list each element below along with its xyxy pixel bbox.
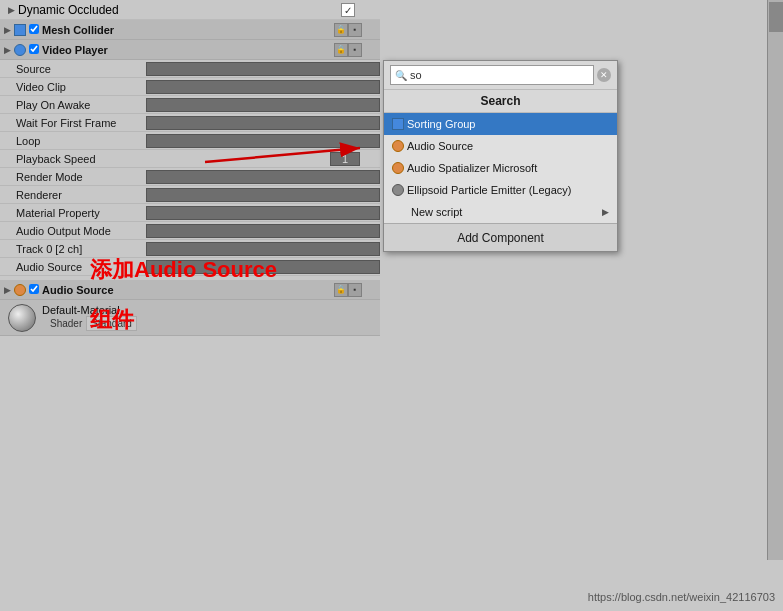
source-row: Source xyxy=(0,60,380,78)
lock-btn[interactable]: 🔒 xyxy=(334,23,348,37)
new-script-label: New script xyxy=(411,206,462,218)
vp-menu-btn[interactable]: ▪ xyxy=(348,43,362,57)
fold-icon-vp: ▶ xyxy=(4,45,11,55)
sorting-group-item[interactable]: Sorting Group xyxy=(384,113,617,135)
material-property-label: Material Property xyxy=(16,207,146,219)
render-mode-value[interactable] xyxy=(146,170,380,184)
search-clear-button[interactable]: ✕ xyxy=(597,68,611,82)
audio-source-icon xyxy=(14,284,26,296)
source-label: Source xyxy=(16,63,146,75)
audio-source-menu-icon xyxy=(392,140,404,152)
audio-source-menu-label: Audio Source xyxy=(407,140,473,152)
mesh-collider-checkbox[interactable] xyxy=(29,24,39,34)
ellipsoid-label: Ellipsoid Particle Emitter (Legacy) xyxy=(407,184,571,196)
audio-source-item[interactable]: Audio Source xyxy=(384,135,617,157)
scroll-thumb[interactable] xyxy=(769,2,783,32)
renderer-label: Renderer xyxy=(16,189,146,201)
add-component-button[interactable]: Add Component xyxy=(384,223,617,251)
dynamic-occluded-label: Dynamic Occluded xyxy=(18,3,119,17)
material-row: Default-Material Shader Standard xyxy=(0,300,380,336)
material-sphere-icon xyxy=(8,304,36,332)
play-on-awake-label: Play On Awake xyxy=(16,99,146,111)
annotation-text-2: 组件 xyxy=(90,305,134,335)
fold-icon: ▶ xyxy=(4,25,11,35)
ellipsoid-icon xyxy=(392,184,404,196)
wait-first-frame-value[interactable] xyxy=(146,116,380,130)
video-player-checkbox[interactable] xyxy=(29,44,39,54)
mesh-collider-buttons: 🔒 ▪ xyxy=(334,23,362,37)
fold-icon-as: ▶ xyxy=(4,285,11,295)
wait-first-frame-label: Wait For First Frame xyxy=(16,117,146,129)
menu-btn[interactable]: ▪ xyxy=(348,23,362,37)
scroll-column[interactable] xyxy=(767,0,783,560)
audio-source-buttons: 🔒 ▪ xyxy=(334,283,362,297)
svg-line-1 xyxy=(205,148,360,162)
material-property-row: Material Property xyxy=(0,204,380,222)
loop-label: Loop xyxy=(16,135,146,147)
popup-panel: 🔍 ✕ Search Sorting Group Audio Source Au… xyxy=(383,60,618,252)
audio-source-checkbox[interactable] xyxy=(29,284,39,294)
vp-lock-btn[interactable]: 🔒 xyxy=(334,43,348,57)
playback-speed-label: Playback Speed xyxy=(16,153,146,165)
add-component-label: Add Component xyxy=(457,231,544,245)
audio-spatializer-label: Audio Spatializer Microsoft xyxy=(407,162,537,174)
audio-output-row: Audio Output Mode xyxy=(0,222,380,240)
audio-output-value[interactable] xyxy=(146,224,380,238)
video-player-checkbox-wrap[interactable] xyxy=(29,43,39,57)
shader-label: Shader xyxy=(50,318,82,329)
render-mode-row: Render Mode xyxy=(0,168,380,186)
source-value[interactable] xyxy=(146,62,380,76)
video-player-header[interactable]: ▶ Video Player 🔒 ▪ xyxy=(0,40,380,60)
play-on-awake-row: Play On Awake xyxy=(0,96,380,114)
material-property-value[interactable] xyxy=(146,206,380,220)
annotation-text-1: 添加Audio Source xyxy=(90,255,277,285)
renderer-value[interactable] xyxy=(146,188,380,202)
bottom-url: https://blog.csdn.net/weixin_42116703 xyxy=(588,591,775,603)
audio-spatializer-icon xyxy=(392,162,404,174)
sorting-group-icon xyxy=(392,118,404,130)
mesh-collider-header[interactable]: ▶ Mesh Collider 🔒 ▪ xyxy=(0,20,380,40)
video-clip-label: Video Clip xyxy=(16,81,146,93)
wait-first-frame-row: Wait For First Frame xyxy=(0,114,380,132)
new-script-item[interactable]: New script ▶ xyxy=(384,201,617,223)
mesh-collider-checkbox-wrap[interactable] xyxy=(29,23,39,37)
fold-arrow: ▶ xyxy=(8,5,15,15)
annotation-arrow xyxy=(195,140,375,170)
checkmark: ✓ xyxy=(344,5,352,16)
track-value[interactable] xyxy=(146,242,380,256)
video-player-label: Video Player xyxy=(42,44,108,56)
video-clip-row: Video Clip xyxy=(0,78,380,96)
audio-source-header-label: Audio Source xyxy=(42,284,114,296)
as-lock-btn[interactable]: 🔒 xyxy=(334,283,348,297)
video-player-buttons: 🔒 ▪ xyxy=(334,43,362,57)
audio-source-checkbox-wrap[interactable] xyxy=(29,283,39,297)
sorting-group-label: Sorting Group xyxy=(407,118,475,130)
search-icon: 🔍 xyxy=(395,70,407,81)
video-player-icon xyxy=(14,44,26,56)
search-input-wrap: 🔍 xyxy=(390,65,594,85)
search-input[interactable] xyxy=(410,69,589,81)
track-label: Track 0 [2 ch] xyxy=(16,243,146,255)
mesh-collider-label: Mesh Collider xyxy=(42,24,114,36)
dynamic-occluded-checkbox[interactable]: ✓ xyxy=(341,3,355,17)
ellipsoid-item[interactable]: Ellipsoid Particle Emitter (Legacy) xyxy=(384,179,617,201)
search-row: 🔍 ✕ xyxy=(384,61,617,90)
render-mode-label: Render Mode xyxy=(16,171,146,183)
as-menu-btn[interactable]: ▪ xyxy=(348,283,362,297)
new-script-arrow: ▶ xyxy=(602,207,609,217)
material-area: Default-Material Shader Standard d-Alpha… xyxy=(0,300,380,336)
audio-output-label: Audio Output Mode xyxy=(16,225,146,237)
mesh-collider-icon xyxy=(14,24,26,36)
play-on-awake-value[interactable] xyxy=(146,98,380,112)
dynamic-occluded-row: ▶ Dynamic Occluded ✓ xyxy=(0,0,380,20)
search-title: Search xyxy=(384,90,617,113)
video-clip-value[interactable] xyxy=(146,80,380,94)
audio-spatializer-item[interactable]: Audio Spatializer Microsoft xyxy=(384,157,617,179)
renderer-row: Renderer xyxy=(0,186,380,204)
